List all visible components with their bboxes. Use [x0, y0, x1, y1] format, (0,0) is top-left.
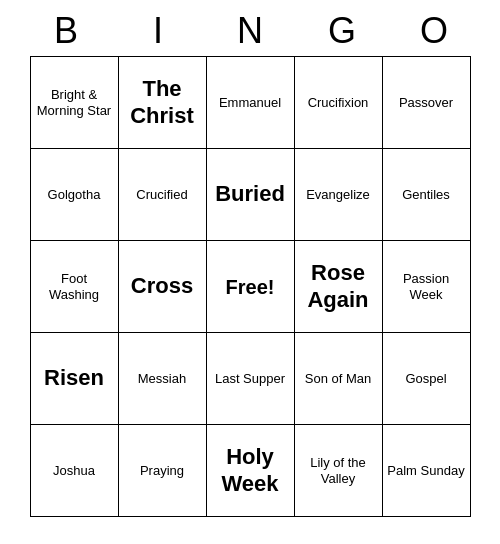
bingo-cell-6[interactable]: Crucified: [119, 149, 207, 241]
bingo-cell-15[interactable]: Risen: [31, 333, 119, 425]
bingo-cell-14[interactable]: Passion Week: [383, 241, 471, 333]
bingo-cell-9[interactable]: Gentiles: [383, 149, 471, 241]
bingo-cell-8[interactable]: Evangelize: [295, 149, 383, 241]
bingo-cell-10[interactable]: Foot Washing: [31, 241, 119, 333]
bingo-grid: Bright & Morning StarThe ChristEmmanuelC…: [30, 56, 471, 517]
header-letter-i: I: [114, 10, 202, 52]
header-letter-b: B: [22, 10, 110, 52]
bingo-cell-23[interactable]: Lily of the Valley: [295, 425, 383, 517]
bingo-cell-22[interactable]: Holy Week: [207, 425, 295, 517]
bingo-cell-1[interactable]: The Christ: [119, 57, 207, 149]
bingo-cell-0[interactable]: Bright & Morning Star: [31, 57, 119, 149]
header-letter-g: G: [298, 10, 386, 52]
header-letter-n: N: [206, 10, 294, 52]
bingo-cell-18[interactable]: Son of Man: [295, 333, 383, 425]
bingo-cell-17[interactable]: Last Supper: [207, 333, 295, 425]
bingo-cell-21[interactable]: Praying: [119, 425, 207, 517]
bingo-cell-3[interactable]: Crucifixion: [295, 57, 383, 149]
bingo-cell-2[interactable]: Emmanuel: [207, 57, 295, 149]
bingo-cell-11[interactable]: Cross: [119, 241, 207, 333]
bingo-cell-24[interactable]: Palm Sunday: [383, 425, 471, 517]
bingo-cell-13[interactable]: Rose Again: [295, 241, 383, 333]
header-letter-o: O: [390, 10, 478, 52]
bingo-cell-7[interactable]: Buried: [207, 149, 295, 241]
bingo-cell-16[interactable]: Messiah: [119, 333, 207, 425]
bingo-header: B I N G O: [20, 10, 480, 52]
bingo-cell-19[interactable]: Gospel: [383, 333, 471, 425]
bingo-cell-12[interactable]: Free!: [207, 241, 295, 333]
bingo-cell-20[interactable]: Joshua: [31, 425, 119, 517]
bingo-cell-4[interactable]: Passover: [383, 57, 471, 149]
bingo-cell-5[interactable]: Golgotha: [31, 149, 119, 241]
